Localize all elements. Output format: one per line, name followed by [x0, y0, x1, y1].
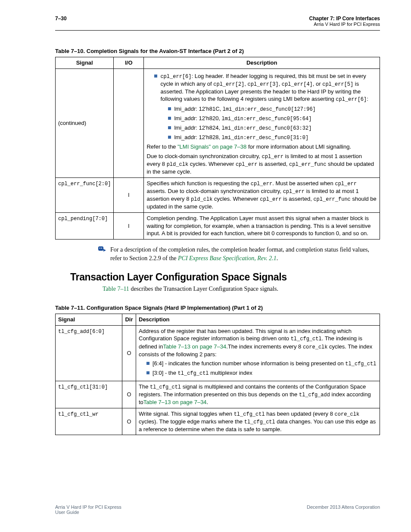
footer-date-corp: December 2013 Altera Corporation — [307, 504, 380, 515]
list-item: lmi_addr: 12'h81C, lmi_din:err_desc_func… — [168, 105, 377, 113]
col-description: Description — [144, 57, 380, 69]
section-intro: Table 7–11 describes the Transaction Lay… — [103, 286, 380, 292]
table-header-row: Signal Dir Description — [56, 314, 380, 326]
table-7-13-link[interactable]: Table 7–13 on page 7–34 — [143, 399, 207, 405]
refer-text: Refer to the "LMI Signals" on page 7–38 … — [146, 143, 377, 151]
signal-cell: (continued) — [56, 68, 114, 177]
due-text: Due to clock-domain synchronization circ… — [146, 152, 377, 176]
table-7-11-caption: Table 7–11. Configuration Space Signals … — [55, 305, 380, 311]
dir-cell: O — [122, 381, 136, 408]
signal-cell: tl_cfg_ctl[31:0] — [56, 381, 122, 408]
lmi-signals-link[interactable]: "LMI Signals" on page 7–38 — [177, 143, 246, 150]
table-row: cpl_err_func[2:0] I Specifies which func… — [56, 177, 380, 212]
desc-cell: cpl_err[6]: Log header. If header loggin… — [144, 68, 380, 177]
signal-cell: tl_cfg_ctl_wr — [56, 408, 122, 435]
chapter-subtitle: Arria V Hard IP for PCI Express — [309, 22, 380, 27]
section-heading: Transaction Layer Configuration Space Si… — [70, 271, 380, 283]
signal-cell: cpl_pending[7:0] — [56, 212, 114, 239]
signal-cell: cpl_err_func[2:0] — [56, 177, 114, 212]
list-item: cpl_err[6]: Log header. If header loggin… — [154, 72, 377, 142]
table-row: tl_cfg_add[6:0] O Address of the registe… — [56, 325, 380, 381]
list-item: lmi_addr: 12'h824, lmi_din:err_desc_func… — [168, 124, 377, 132]
desc-cell: The tl_cfg_ctl signal is multiplexed and… — [136, 381, 380, 408]
desc-cell: Completion pending. The Application Laye… — [144, 212, 380, 239]
desc-cell: Address of the register that has been up… — [136, 325, 380, 381]
io-cell: I — [114, 212, 144, 239]
io-cell — [114, 68, 144, 177]
list-item: [6:4] - indicates the function number wh… — [146, 360, 377, 367]
note-text: For a description of the completion rule… — [110, 246, 380, 263]
col-io: I/O — [114, 57, 144, 69]
signal-cell: tl_cfg_add[6:0] — [56, 325, 122, 381]
table-7-13-link[interactable]: Table 7–13 on page 7–34 — [163, 343, 226, 350]
desc-cell: Write signal. This signal toggles when t… — [136, 408, 380, 435]
note-icon — [98, 246, 110, 254]
page-footer: Arria V Hard IP for PCI Express User Gui… — [55, 504, 380, 515]
table-7-11-ref-link[interactable]: Table 7–11 — [103, 286, 129, 292]
col-dir: Dir — [122, 314, 136, 326]
note-block: For a description of the completion rule… — [98, 246, 380, 263]
dir-cell: O — [122, 408, 136, 435]
table-7-11: Signal Dir Description tl_cfg_add[6:0] O… — [55, 314, 380, 435]
col-signal: Signal — [56, 57, 114, 69]
table-row: cpl_pending[7:0] I Completion pending. T… — [56, 212, 380, 239]
page-number: 7–30 — [55, 16, 67, 22]
chapter-title: Chapter 7: IP Core Interfaces — [309, 16, 380, 22]
page-header: 7–30 Chapter 7: IP Core Interfaces Arria… — [55, 16, 380, 31]
list-item: [3:0] - the tl_cfg_ctl multiplexor index — [146, 369, 377, 377]
desc-cell: Specifies which function is requesting t… — [144, 177, 380, 212]
list-item: lmi_addr: 12'h820, lmi_din:err_desc_func… — [168, 115, 377, 122]
table-7-10-caption: Table 7–10. Completion Signals for the A… — [55, 48, 380, 54]
footer-doc-subtitle: User Guide — [55, 510, 121, 515]
col-description: Description — [136, 314, 380, 326]
table-row: tl_cfg_ctl[31:0] O The tl_cfg_ctl signal… — [56, 381, 380, 408]
footer-doc-title: Arria V Hard IP for PCI Express — [55, 504, 121, 510]
table-header-row: Signal I/O Description — [56, 57, 380, 69]
pci-base-spec-link[interactable]: PCI Express Base Specification, Rev. 2.1 — [178, 255, 277, 261]
io-cell: I — [114, 177, 144, 212]
table-row: tl_cfg_ctl_wr O Write signal. This signa… — [56, 408, 380, 435]
col-signal: Signal — [56, 314, 122, 326]
table-7-10: Signal I/O Description (continued) cpl_e… — [55, 57, 380, 240]
dir-cell: O — [122, 325, 136, 381]
table-row: (continued) cpl_err[6]: Log header. If h… — [56, 68, 380, 177]
list-item: lmi_addr: 12'h828, lmi_din:err_desc_func… — [168, 134, 377, 141]
